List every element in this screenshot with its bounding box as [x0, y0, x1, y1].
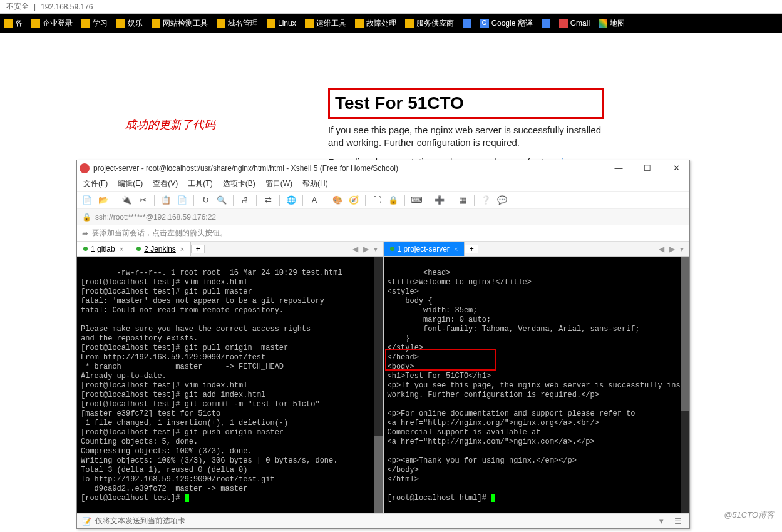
new-tab-button[interactable]: +	[465, 245, 478, 253]
folder-icon	[355, 19, 364, 28]
session-tab[interactable]: 1 gitlab×	[77, 242, 130, 256]
tab-menu-icon[interactable]: ▾	[678, 245, 686, 253]
menubar: 文件(F)编辑(E)查看(V)工具(T)选项卡(B)窗口(W)帮助(H)	[77, 176, 689, 192]
search-icon[interactable]: 🔍	[215, 194, 228, 207]
bookmarks-bar: 各企业登录学习娱乐网站检测工具域名管理Linux运维工具故障处理服务供应商GGo…	[0, 14, 782, 33]
bookmark-item[interactable]: 地图	[599, 18, 625, 29]
bookmark-item[interactable]: 故障处理	[355, 18, 396, 29]
feedback-icon[interactable]: 💬	[496, 194, 508, 207]
compose-icon[interactable]: 📝	[82, 517, 91, 526]
tab-prev-icon[interactable]: ◀	[351, 245, 360, 253]
refresh-icon[interactable]: ↻	[199, 194, 212, 207]
menu-item[interactable]: 选项卡(B)	[223, 178, 255, 189]
close-button[interactable]: ✕	[666, 162, 687, 175]
close-tab-icon[interactable]: ×	[120, 245, 123, 253]
status-dot-icon	[83, 247, 88, 251]
left-tab-strip: 1 gitlab×2 Jenkins×+◀▶▾	[77, 242, 383, 257]
session-address[interactable]: 🔒 ssh://root:******@192.168.59.176:22	[77, 209, 689, 225]
cursor	[491, 494, 495, 502]
folder-icon	[305, 19, 314, 28]
bookmark-item[interactable]: 网站检测工具	[152, 18, 208, 29]
window-title: project-server - root@localhost:/usr/sha…	[93, 164, 608, 173]
separator: |	[31, 3, 38, 11]
tab-next-icon[interactable]: ▶	[361, 245, 371, 253]
right-terminal[interactable]: <head> <title>Welcome to nginx!</title> …	[384, 257, 690, 513]
browser-address-bar: 不安全 | 192.168.59.176	[0, 0, 782, 14]
print-icon[interactable]: 🖨	[239, 194, 251, 207]
titlebar[interactable]: project-server - root@localhost:/usr/sha…	[77, 160, 689, 176]
folder-icon	[31, 19, 40, 28]
tab-menu-icon[interactable]: ▾	[372, 245, 379, 253]
bookmark-item[interactable]: 娱乐	[116, 18, 143, 29]
bookmark-item[interactable]	[463, 19, 471, 28]
connect-icon[interactable]: 🔌	[120, 194, 133, 207]
disconnect-icon[interactable]: ✂	[136, 194, 149, 207]
status-dot-icon	[390, 247, 394, 251]
tab-prev-icon[interactable]: ◀	[657, 245, 666, 253]
folder-icon	[463, 19, 471, 28]
color-icon[interactable]: 🎨	[331, 194, 344, 207]
bookmark-item[interactable]	[542, 19, 550, 28]
bookmark-item[interactable]: GGoogle 翻译	[480, 18, 533, 29]
menu-item[interactable]: 编辑(E)	[118, 178, 143, 189]
bookmark-item[interactable]: 运维工具	[305, 18, 346, 29]
folder-icon	[267, 19, 275, 28]
bookmark-item[interactable]: 服务供应商	[405, 18, 454, 29]
help-icon[interactable]: ❔	[480, 194, 492, 207]
session-tab[interactable]: 2 Jenkins×	[130, 242, 191, 256]
compass-icon[interactable]: 🧭	[347, 194, 360, 207]
paste-icon[interactable]: 📄	[176, 194, 188, 207]
annotation-text: 成功的更新了代码	[125, 117, 215, 132]
folder-icon	[116, 19, 125, 28]
transfer-icon[interactable]: ⇄	[262, 194, 274, 207]
new-icon[interactable]: 📄	[81, 194, 93, 207]
bookmark-item[interactable]: 各	[4, 18, 23, 29]
arrow-icon[interactable]: ➦	[82, 229, 88, 238]
bookmark-item[interactable]: Gmail	[559, 19, 590, 28]
page-content: 成功的更新了代码 Test For 51CTO If you see this …	[0, 33, 782, 45]
menu-item[interactable]: 帮助(H)	[302, 178, 328, 189]
h1-highlight-box: Test For 51CTO	[328, 88, 604, 119]
font-icon[interactable]: A	[308, 194, 321, 207]
menu-item[interactable]: 窗口(W)	[265, 178, 292, 189]
folder-icon	[559, 19, 568, 28]
layout-icon[interactable]: ▦	[456, 194, 469, 207]
folder-icon	[217, 19, 225, 28]
bookmark-item[interactable]: 域名管理	[217, 18, 258, 29]
left-terminal[interactable]: -rw-r--r--. 1 root root 16 Mar 24 10:29 …	[77, 257, 383, 513]
close-tab-icon[interactable]: ×	[180, 245, 184, 253]
copy-icon[interactable]: 📋	[160, 194, 172, 207]
watermark: @51CTO博客	[724, 509, 774, 521]
folder-icon	[542, 19, 550, 28]
scrollbar[interactable]	[681, 257, 689, 513]
folder-icon	[405, 19, 414, 28]
statusbar: 📝 仅将文本发送到当前选项卡 ▾ ☰	[77, 513, 689, 528]
cursor	[185, 494, 189, 502]
new-tab-button[interactable]: +	[191, 245, 205, 253]
minimize-button[interactable]: —	[608, 162, 629, 175]
maximize-button[interactable]: ☐	[637, 162, 658, 175]
bookmark-item[interactable]: Linux	[267, 19, 296, 28]
keyboard-icon[interactable]: ⌨	[410, 194, 423, 207]
bookmark-item[interactable]: 学习	[81, 18, 108, 29]
url-text[interactable]: 192.168.59.176	[38, 3, 95, 11]
open-icon[interactable]: 📂	[97, 194, 110, 207]
menu-item[interactable]: 文件(F)	[83, 178, 108, 189]
menu-item[interactable]: 工具(T)	[188, 178, 212, 189]
bookmark-item[interactable]: 企业登录	[31, 18, 73, 29]
right-pane: 1 project-server×+◀▶▾ <head> <title>Welc…	[384, 242, 690, 513]
session-tab[interactable]: 1 project-server×	[384, 242, 465, 256]
close-tab-icon[interactable]: ×	[454, 245, 458, 253]
dropdown-icon[interactable]: ▾	[659, 516, 669, 526]
panes-area: 1 gitlab×2 Jenkins×+◀▶▾ -rw-r--r--. 1 ro…	[77, 242, 689, 513]
left-pane: 1 gitlab×2 Jenkins×+◀▶▾ -rw-r--r--. 1 ro…	[77, 242, 384, 513]
lock-icon[interactable]: 🔒	[387, 194, 399, 207]
scrollbar[interactable]	[374, 257, 383, 513]
folder-icon: G	[480, 19, 489, 28]
tab-next-icon[interactable]: ▶	[667, 245, 677, 253]
menu-item[interactable]: 查看(V)	[153, 178, 178, 189]
add-icon[interactable]: ➕	[433, 194, 446, 207]
menu-icon[interactable]: ☰	[674, 516, 684, 526]
fullscreen-icon[interactable]: ⛶	[371, 194, 383, 207]
globe-icon[interactable]: 🌐	[285, 194, 297, 207]
